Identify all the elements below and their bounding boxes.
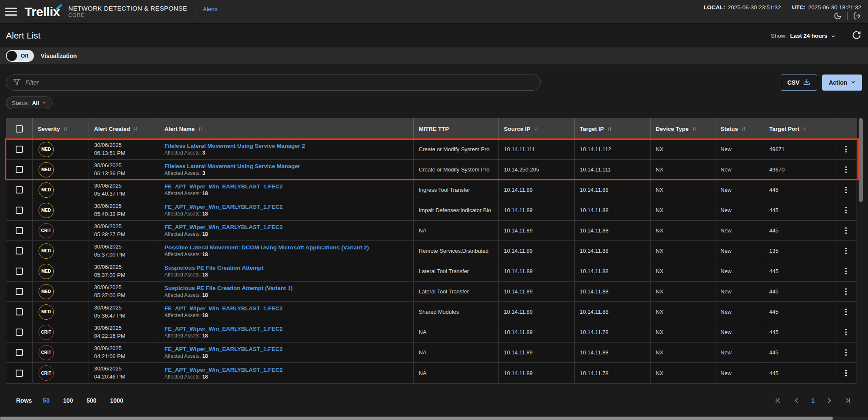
kebab-menu-icon[interactable] (842, 165, 850, 175)
row-select-cell (6, 241, 33, 261)
logout-icon[interactable] (853, 12, 861, 20)
alert-name-link[interactable]: FE_APT_Wiper_Win_EARLYBLAST_1.FEC2 (164, 367, 283, 373)
alert-name-link[interactable]: FE_APT_Wiper_Win_EARLYBLAST_1.FEC2 (164, 326, 283, 332)
column-header-status[interactable]: Status↓↑ (715, 118, 764, 139)
severity-cell: MED (33, 302, 89, 322)
time-range-dropdown[interactable]: Show: Last 24 hours (771, 33, 836, 39)
column-header-alert-name[interactable]: Alert Name↓↑ (159, 118, 414, 139)
trellix-logo[interactable]: Trellix (25, 5, 60, 19)
alert-name-link[interactable]: FE_APT_Wiper_Win_EARLYBLAST_1.FEC2 (164, 224, 283, 230)
sort-icon[interactable]: ↓↑ (64, 126, 67, 132)
sort-icon[interactable]: ↓↑ (607, 126, 611, 132)
sort-icon[interactable]: ↓↑ (692, 126, 696, 132)
column-label: Target Port (769, 126, 799, 132)
mitre-ttp-cell: Lateral Tool Transfer (414, 282, 499, 301)
sort-icon[interactable]: ↓↑ (198, 126, 202, 132)
affected-assets: Affected Assets: 3 (164, 150, 205, 156)
time-range-value: Last 24 hours (790, 33, 827, 39)
row-checkbox[interactable] (16, 349, 23, 356)
kebab-menu-icon[interactable] (842, 144, 850, 155)
alert-created-date: 30/06/2025 (94, 142, 122, 149)
vertical-scrollbar-thumb[interactable] (859, 118, 863, 202)
pagination-next-button[interactable] (826, 397, 833, 404)
kebab-menu-icon[interactable] (842, 185, 850, 195)
filter-input[interactable] (25, 79, 534, 86)
affected-assets: Affected Assets: 18 (164, 292, 208, 298)
status-filter-dropdown[interactable]: Status: All (6, 97, 53, 109)
column-header-device-type[interactable]: Device Type↓↑ (651, 118, 715, 139)
alert-name-link[interactable]: Fileless Lateral Movement Using Service … (164, 163, 300, 169)
vertical-scrollbar[interactable] (858, 118, 863, 404)
alert-name-link[interactable]: Fileless Lateral Movement Using Service … (164, 143, 305, 149)
refresh-icon[interactable] (852, 30, 861, 41)
mitre-ttp-cell: Lateral Tool Transfer (414, 261, 499, 281)
alert-name-link[interactable]: Suspicious PE File Creation Attempt (164, 265, 264, 271)
alert-name-link[interactable]: FE_APT_Wiper_Win_EARLYBLAST_1.FEC2 (164, 183, 283, 190)
action-button[interactable]: Action (822, 75, 862, 91)
column-header-severity[interactable]: Severity↓↑ (33, 118, 89, 139)
alert-name-link[interactable]: Suspicious PE File Creation Attempt (Var… (164, 285, 293, 291)
column-header-alert-created[interactable]: Alert Created↓↑ (89, 118, 159, 139)
kebab-menu-icon[interactable] (842, 266, 850, 276)
pagination-prev-button[interactable] (793, 397, 800, 404)
row-checkbox[interactable] (16, 227, 23, 234)
kebab-menu-icon[interactable] (842, 348, 850, 358)
severity-cell: CRIT (33, 221, 89, 240)
row-checkbox[interactable] (16, 308, 23, 315)
sort-icon[interactable]: ↓↑ (534, 126, 537, 132)
alert-name-link[interactable]: FE_APT_Wiper_Win_EARLYBLAST_1.FEC2 (164, 204, 283, 210)
kebab-menu-icon[interactable] (842, 287, 850, 297)
target-port-cell: 445 (764, 180, 835, 200)
csv-export-button[interactable]: CSV (781, 75, 818, 91)
breadcrumb-alerts[interactable]: Alerts (203, 6, 218, 12)
row-checkbox[interactable] (16, 370, 23, 377)
pagination-first-button[interactable] (774, 397, 782, 404)
page-size-1000[interactable]: 1000 (110, 397, 123, 404)
menu-icon[interactable] (5, 8, 17, 16)
kebab-menu-icon[interactable] (842, 226, 850, 236)
kebab-menu-icon[interactable] (842, 205, 850, 216)
horizontal-scrollbar[interactable] (0, 417, 868, 420)
alert-name-link[interactable]: FE_APT_Wiper_Win_EARLYBLAST_1.FEC2 (164, 346, 283, 352)
sort-icon[interactable]: ↓↑ (803, 126, 807, 132)
visualization-toggle[interactable]: Off (6, 50, 34, 62)
column-header-target-port[interactable]: Target Port↓↑ (764, 118, 835, 139)
row-checkbox[interactable] (16, 186, 23, 193)
row-checkbox[interactable] (16, 268, 23, 275)
page-size-100[interactable]: 100 (63, 397, 73, 404)
alert-name-link[interactable]: Possible Lateral Movement: DCOM Using Mi… (164, 244, 369, 251)
kebab-menu-icon[interactable] (842, 307, 850, 317)
kebab-menu-icon[interactable] (842, 368, 850, 378)
pagination-last-button[interactable] (844, 397, 852, 404)
theme-moon-icon[interactable] (834, 12, 842, 20)
row-checkbox[interactable] (16, 207, 23, 214)
row-checkbox[interactable] (16, 247, 23, 254)
affected-assets: Affected Assets: 18 (164, 374, 208, 380)
horizontal-scrollbar-thumb[interactable] (0, 417, 833, 420)
affected-assets-label: Affected Assets: (164, 191, 201, 196)
alert-name-link[interactable]: FE_APT_Wiper_Win_EARLYBLAST_1.FEC2 (164, 305, 283, 312)
select-all-checkbox[interactable] (16, 125, 23, 133)
page-size-50[interactable]: 50 (43, 397, 50, 404)
affected-assets-count: 18 (202, 191, 208, 196)
page-size-500[interactable]: 500 (86, 397, 96, 404)
status-cell: New (715, 160, 764, 180)
row-checkbox[interactable] (16, 329, 23, 336)
sort-icon[interactable]: ↓↑ (134, 126, 137, 132)
row-checkbox[interactable] (16, 166, 23, 173)
table-row: CRIT 30/06/2025 04:20:46 PM FE_APT_Wiper… (6, 363, 857, 383)
alert-created-date: 30/06/2025 (94, 162, 122, 169)
device-type-cell: NX (651, 302, 715, 322)
column-header-source-ip[interactable]: Source IP↓↑ (499, 118, 575, 139)
kebab-menu-icon[interactable] (842, 246, 850, 256)
alert-created-date: 30/06/2025 (94, 365, 122, 373)
alert-created-cell: 30/06/2025 05:38:27 PM (89, 221, 159, 240)
sort-icon[interactable]: ↓↑ (741, 126, 745, 132)
table-row: MED 30/06/2025 05:37:00 PM Possible Late… (6, 241, 857, 261)
row-checkbox[interactable] (16, 288, 23, 295)
column-header-target-ip[interactable]: Target IP↓↑ (575, 118, 651, 139)
kebab-menu-icon[interactable] (842, 327, 850, 337)
alert-list-page: Trellix NETWORK DETECTION & RESPONSE COR… (0, 0, 868, 420)
device-type-cell: NX (651, 241, 715, 261)
row-checkbox[interactable] (16, 146, 23, 153)
